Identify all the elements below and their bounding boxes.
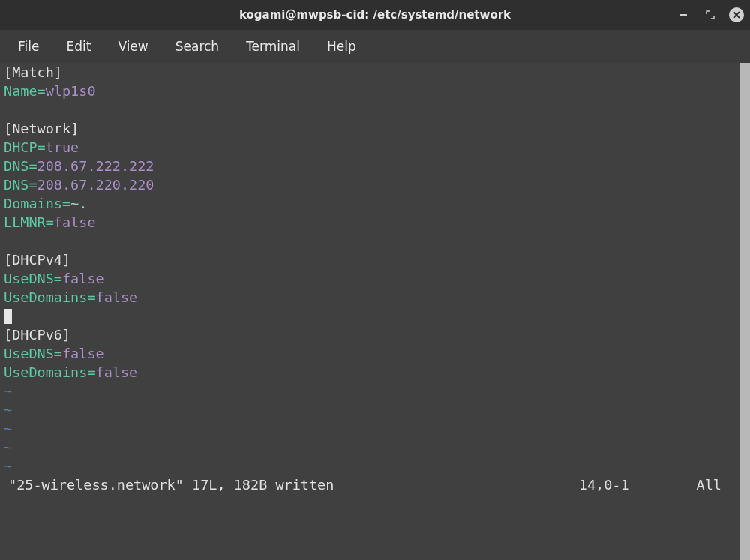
window-title: kogami@mwpsb-cid: /etc/systemd/network bbox=[0, 8, 750, 22]
cursor bbox=[4, 309, 12, 324]
editor-line: UseDomains=false bbox=[4, 288, 740, 307]
editor-line: ~ bbox=[4, 419, 740, 438]
editor-line: DNS=208.67.220.220 bbox=[4, 175, 740, 194]
close-icon bbox=[733, 11, 740, 19]
titlebar: kogami@mwpsb-cid: /etc/systemd/network bbox=[0, 0, 750, 30]
editor-buffer[interactable]: [Match]Name=wlp1s0[Network]DHCP=trueDNS=… bbox=[0, 63, 740, 560]
editor-line: Name=wlp1s0 bbox=[4, 82, 740, 100]
minimize-button[interactable] bbox=[675, 7, 692, 23]
menu-file[interactable]: File bbox=[8, 36, 50, 57]
terminal-area[interactable]: [Match]Name=wlp1s0[Network]DHCP=trueDNS=… bbox=[0, 63, 750, 560]
menubar: File Edit View Search Terminal Help bbox=[0, 30, 750, 63]
menu-view[interactable]: View bbox=[107, 36, 158, 57]
editor-line bbox=[4, 232, 740, 250]
editor-line: [Network] bbox=[4, 119, 740, 138]
terminal-window: kogami@mwpsb-cid: /etc/systemd/network F… bbox=[0, 0, 750, 560]
editor-line bbox=[4, 307, 740, 325]
menu-terminal[interactable]: Terminal bbox=[236, 36, 310, 57]
editor-line: UseDNS=false bbox=[4, 269, 740, 288]
editor-line: ~ bbox=[4, 438, 740, 457]
maximize-icon bbox=[706, 10, 715, 19]
window-controls bbox=[675, 7, 744, 23]
editor-line bbox=[4, 100, 740, 119]
vim-status-line: "25-wireless.network" 17L, 182B written1… bbox=[4, 475, 740, 494]
editor-line: UseDNS=false bbox=[4, 344, 740, 363]
editor-line: [DHCPv4] bbox=[4, 250, 740, 269]
editor-line: ~ bbox=[4, 457, 740, 475]
minimize-icon bbox=[679, 10, 688, 19]
editor-line: Domains=~. bbox=[4, 194, 740, 213]
menu-search[interactable]: Search bbox=[165, 36, 230, 57]
editor-line: LLMNR=false bbox=[4, 213, 740, 232]
maximize-button[interactable] bbox=[702, 7, 718, 23]
editor-line: [Match] bbox=[4, 63, 740, 82]
editor-line: DNS=208.67.222.222 bbox=[4, 157, 740, 175]
editor-line: ~ bbox=[4, 382, 740, 400]
editor-line: ~ bbox=[4, 400, 740, 419]
cursor-position: 14,0-1 bbox=[579, 475, 629, 494]
menu-help[interactable]: Help bbox=[316, 36, 367, 57]
menu-edit[interactable]: Edit bbox=[56, 36, 101, 57]
scrollbar[interactable] bbox=[740, 63, 750, 560]
editor-line: DHCP=true bbox=[4, 138, 740, 157]
status-message: "25-wireless.network" 17L, 182B written bbox=[8, 475, 334, 494]
editor-line: UseDomains=false bbox=[4, 363, 740, 382]
close-button[interactable] bbox=[729, 7, 744, 22]
scroll-indicator: All bbox=[697, 475, 722, 494]
editor-line: [DHCPv6] bbox=[4, 325, 740, 344]
